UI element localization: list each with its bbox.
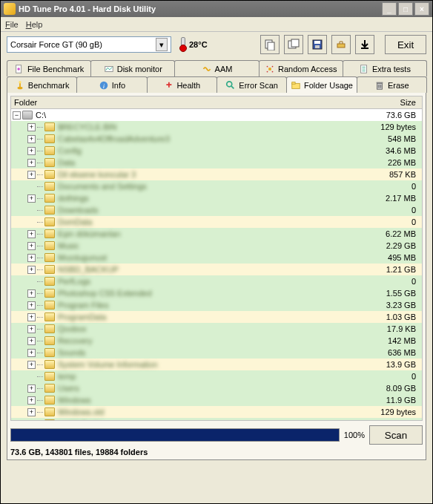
copy-info-button[interactable] bbox=[260, 35, 280, 54]
tab-benchmark[interactable]: Benchmark bbox=[7, 76, 77, 93]
expand-icon[interactable]: + bbox=[27, 171, 36, 179]
folder-size: 129 bytes bbox=[355, 408, 422, 416]
tree-row[interactable]: +Data226 MB bbox=[11, 157, 422, 168]
tree-root-row[interactable]: −C:\73.6 GB bbox=[11, 109, 422, 121]
tab-extra-tests[interactable]: Extra tests bbox=[343, 60, 427, 76]
tree-row[interactable]: +worldoftanks23.0 GB bbox=[11, 418, 422, 421]
tree-row[interactable]: PerfLogs0 bbox=[11, 275, 422, 287]
save-button[interactable] bbox=[308, 35, 327, 54]
tree-row[interactable]: +Eşin dökümanları6.22 MB bbox=[11, 228, 422, 240]
tab-erase[interactable]: Erase bbox=[357, 76, 427, 93]
maximize-button[interactable]: □ bbox=[398, 2, 413, 16]
drive-dropdown-button[interactable]: ▾ bbox=[156, 38, 168, 51]
tree-row[interactable]: +Users8.09 GB bbox=[11, 382, 422, 394]
minimize-button[interactable]: _ bbox=[382, 2, 397, 16]
tree-row[interactable]: +ProgramData1.03 GB bbox=[11, 311, 422, 323]
tab-label: Benchmark bbox=[28, 81, 70, 90]
expand-icon[interactable]: + bbox=[27, 361, 36, 369]
tab-disk-monitor[interactable]: Disk monitor bbox=[90, 60, 175, 76]
tree-row[interactable]: +Photoshop CS5 Extended1.55 GB bbox=[11, 287, 422, 299]
disk-monitor-icon bbox=[104, 64, 114, 74]
folder-size: 1.55 GB bbox=[355, 289, 422, 298]
options-button[interactable] bbox=[331, 35, 351, 54]
menu-help[interactable]: Help bbox=[26, 20, 43, 29]
folder-size: 142 MB bbox=[355, 336, 422, 345]
error-scan-icon bbox=[225, 80, 236, 91]
expand-icon[interactable]: + bbox=[27, 396, 36, 405]
tree-row[interactable]: +NSBD_BACKUP1.21 GB bbox=[11, 264, 422, 275]
expand-icon[interactable]: + bbox=[27, 384, 36, 393]
expand-icon[interactable]: + bbox=[27, 254, 36, 262]
tree-row[interactable]: +Config34.6 MB bbox=[11, 145, 422, 157]
expand-icon[interactable]: + bbox=[27, 301, 36, 310]
column-header-size[interactable]: Size bbox=[355, 98, 422, 107]
folder-icon bbox=[44, 146, 55, 155]
tree-row[interactable]: +Cabelas4x4OffroadAdventure3548 MB bbox=[11, 133, 422, 145]
svg-rect-12 bbox=[268, 68, 271, 71]
tree-row[interactable]: temp0 bbox=[11, 370, 422, 382]
tab-aam[interactable]: AAM bbox=[174, 60, 259, 76]
tab-random-access[interactable]: Random Access bbox=[259, 60, 343, 76]
copy-screenshot-button[interactable] bbox=[284, 35, 303, 54]
tab-folder-usage[interactable]: Folder Usage bbox=[286, 76, 357, 93]
folder-name: C:\ bbox=[36, 111, 355, 120]
expand-icon[interactable]: + bbox=[27, 159, 36, 167]
expand-icon[interactable]: + bbox=[27, 194, 36, 203]
tree-row[interactable]: +dothings2.17 MB bbox=[11, 192, 422, 204]
tab-file-benchmark[interactable]: File Benchmark bbox=[7, 60, 91, 76]
expand-icon[interactable]: + bbox=[27, 408, 36, 416]
folder-tree[interactable]: −C:\73.6 GB+$RECYCLE.BIN129 bytes+Cabela… bbox=[10, 109, 423, 421]
folder-name: Users bbox=[58, 384, 355, 393]
expand-icon[interactable]: + bbox=[27, 420, 36, 422]
expand-icon[interactable]: + bbox=[27, 289, 36, 298]
tab-label: Extra tests bbox=[372, 65, 411, 73]
column-header-folder[interactable]: Folder bbox=[11, 98, 355, 107]
drive-select[interactable]: Corsair Force GT (90 gB) ▾ bbox=[7, 36, 171, 53]
folder-icon bbox=[44, 217, 55, 226]
tree-row[interactable]: +Program Files3.23 GB bbox=[11, 299, 422, 311]
scan-button[interactable]: Scan bbox=[369, 425, 423, 445]
svg-line-27 bbox=[231, 85, 234, 88]
expand-icon[interactable]: + bbox=[27, 337, 36, 345]
tree-row[interactable]: +Qoobox17.9 KB bbox=[11, 323, 422, 335]
folder-name: Documents and Settings bbox=[58, 182, 355, 191]
folder-size: 0 bbox=[355, 182, 422, 191]
expand-icon[interactable]: + bbox=[27, 313, 36, 321]
tree-row[interactable]: +Music2.29 GB bbox=[11, 240, 422, 252]
menu-file[interactable]: File bbox=[5, 20, 19, 29]
tree-row[interactable]: +Recovery142 MB bbox=[11, 335, 422, 347]
tab-health[interactable]: Health bbox=[147, 76, 217, 93]
expand-icon[interactable]: + bbox=[27, 230, 36, 238]
titlebar[interactable]: HD Tune Pro 4.01 - Hard Disk Utility _ □… bbox=[1, 1, 432, 17]
tree-row[interactable]: +Dil eksene koncular 3857 KB bbox=[11, 168, 422, 180]
svg-point-15 bbox=[267, 71, 268, 72]
tab-info[interactable]: iInfo bbox=[76, 76, 147, 93]
expand-icon[interactable]: + bbox=[27, 147, 36, 155]
tree-row[interactable]: DomData0 bbox=[11, 216, 422, 228]
tree-row[interactable]: +Windows.old129 bytes bbox=[11, 406, 422, 418]
folder-icon bbox=[44, 122, 55, 131]
folder-icon bbox=[44, 158, 55, 167]
download-button[interactable] bbox=[355, 35, 374, 54]
expand-icon[interactable]: + bbox=[27, 325, 36, 333]
folder-icon bbox=[44, 229, 55, 238]
exit-button[interactable]: Exit bbox=[385, 35, 426, 54]
tree-row[interactable]: +Mozdugunust495 MB bbox=[11, 252, 422, 264]
expand-icon[interactable]: + bbox=[27, 123, 36, 131]
folder-icon bbox=[44, 134, 55, 143]
tree-row[interactable]: +$RECYCLE.BIN129 bytes bbox=[11, 121, 422, 133]
close-button[interactable]: × bbox=[414, 2, 429, 16]
tree-row[interactable]: +Windows11.9 GB bbox=[11, 394, 422, 406]
tab-error-scan[interactable]: Error Scan bbox=[216, 76, 287, 93]
tree-row[interactable]: +Sounds636 MB bbox=[11, 347, 422, 359]
tree-row[interactable]: Downloads0 bbox=[11, 204, 422, 216]
tree-row[interactable]: Documents and Settings0 bbox=[11, 180, 422, 192]
tree-row[interactable]: +System Volume Information13.9 GB bbox=[11, 359, 422, 370]
expand-icon[interactable]: + bbox=[27, 135, 36, 143]
folder-size: 3.23 GB bbox=[355, 301, 422, 310]
expand-icon[interactable]: + bbox=[27, 266, 36, 274]
expand-icon[interactable]: + bbox=[27, 242, 36, 250]
expand-icon[interactable]: + bbox=[27, 349, 36, 357]
folder-name: Eşin dökümanları bbox=[58, 229, 355, 238]
collapse-icon[interactable]: − bbox=[13, 111, 21, 120]
